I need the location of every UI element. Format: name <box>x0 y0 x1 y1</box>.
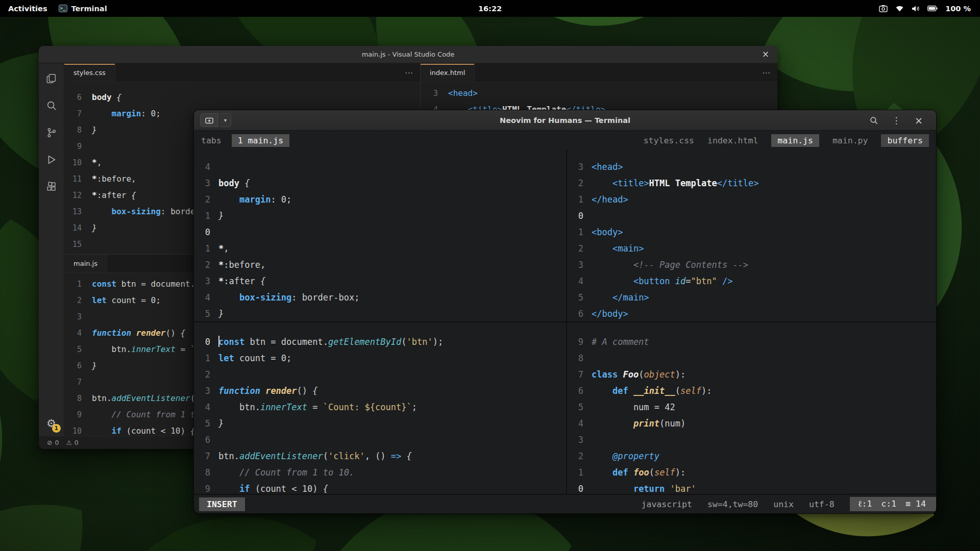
line-number: 10 <box>64 155 92 171</box>
line-number: 14 <box>64 220 92 236</box>
volume-icon <box>912 5 920 12</box>
line-number: 11 <box>64 171 92 187</box>
statusline-filetype: javascript <box>642 499 692 509</box>
vim-pane-index-html[interactable]: 3<head>2 <title>HTML Template</title>1</… <box>567 149 936 321</box>
code-line: 3<head> <box>421 85 777 102</box>
vscode-titlebar[interactable]: main.js - Visual Studio Code × <box>39 46 777 63</box>
activities-button[interactable]: Activities <box>8 5 47 13</box>
code-line: 3function render() { <box>194 383 566 399</box>
editor-actions-icon[interactable]: ⋯ <box>762 68 777 78</box>
explorer-icon[interactable] <box>45 72 58 85</box>
tabline-buffers-label: buffers <box>881 134 929 147</box>
buffer-index-html[interactable]: index.html <box>707 136 758 145</box>
terminal-window-title: Neovim for Humans — Terminal <box>500 110 630 131</box>
line-number: 7 <box>567 366 592 383</box>
line-number: 10 <box>64 423 92 436</box>
line-number: 5 <box>194 306 218 321</box>
vscode-tabbar-styles: styles.css ⋯ <box>64 64 420 82</box>
line-number: 1 <box>567 224 592 240</box>
line-number: 9 <box>567 334 592 350</box>
statusline-fileformat: unix <box>773 499 794 509</box>
line-number: 3 <box>567 159 592 175</box>
tab-main-js[interactable]: main.js <box>64 255 107 272</box>
line-number: 3 <box>567 432 592 448</box>
code-line: 3<head> <box>567 159 936 175</box>
vim-pane-styles-css[interactable]: 43body {2 margin: 0;1}01*,2*:before,3*:a… <box>194 149 567 321</box>
extensions-icon[interactable] <box>45 180 58 193</box>
tab-index-html[interactable]: index.html <box>421 64 475 82</box>
battery-icon <box>927 6 938 11</box>
line-number: 7 <box>64 106 92 122</box>
terminal-headerbar[interactable]: ▾ Neovim for Humans — Terminal ⋮ × <box>194 110 936 131</box>
line-number: 4 <box>194 289 218 306</box>
code-line: 1<body> <box>567 224 936 240</box>
terminal-content[interactable]: tabs 1 main.js styles.css index.html mai… <box>194 131 936 513</box>
line-number: 12 <box>64 187 92 204</box>
terminal-menu-icon[interactable]: ⋮ <box>890 114 902 127</box>
code-line: 1 def foo(self): <box>567 464 936 481</box>
system-tray[interactable]: 100 % <box>879 5 980 13</box>
line-number: 2 <box>567 175 592 191</box>
vim-pane-main-js[interactable]: 0const btn = document.getElementById('bt… <box>194 322 567 494</box>
buffer-styles-css[interactable]: styles.css <box>644 136 694 145</box>
code-line: 4 box-sizing: border-box; <box>194 289 566 306</box>
code-line: 4 <box>194 159 566 175</box>
line-number: 3 <box>194 383 218 399</box>
line-number: 8 <box>567 350 592 366</box>
line-number: 2 <box>64 292 92 309</box>
code-line: 1</head> <box>567 191 936 208</box>
source-control-icon[interactable] <box>45 126 58 139</box>
line-number: 4 <box>194 399 218 415</box>
code-line: 9 if (count < 10) { <box>194 481 566 494</box>
vim-tabline: tabs 1 main.js styles.css index.html mai… <box>194 131 936 149</box>
line-number: 4 <box>64 325 92 341</box>
buffer-main-py[interactable]: main.py <box>832 136 868 145</box>
buffer-main-js-active[interactable]: main.js <box>771 134 819 147</box>
tabline-active-tab[interactable]: 1 main.js <box>232 134 289 147</box>
clock[interactable]: 16:22 <box>478 5 502 13</box>
line-number: 1 <box>567 464 592 481</box>
search-icon[interactable] <box>45 99 58 112</box>
code-line: 2*:before, <box>194 257 566 273</box>
line-number: 0 <box>194 334 218 350</box>
run-debug-icon[interactable] <box>45 153 58 166</box>
line-number: 8 <box>194 464 218 481</box>
line-number: 3 <box>421 85 448 102</box>
code-line: 1let count = 0; <box>194 350 566 366</box>
line-number: 3 <box>194 175 218 191</box>
code-line: 5} <box>194 415 566 432</box>
line-number: 6 <box>567 306 592 321</box>
line-number: 1 <box>194 350 218 366</box>
line-number: 1 <box>64 276 92 292</box>
code-line: 5} <box>194 306 566 321</box>
settings-gear-icon[interactable]: ⚙ 1 <box>46 417 56 430</box>
line-number: 0 <box>567 481 592 494</box>
line-number: 5 <box>567 289 592 306</box>
vim-mode-indicator: INSERT <box>199 497 245 511</box>
line-number: 0 <box>567 208 592 224</box>
editor-actions-icon[interactable]: ⋯ <box>405 68 420 78</box>
statusline-encoding: utf-8 <box>809 499 835 509</box>
new-tab-chevron-icon[interactable]: ▾ <box>220 113 231 127</box>
code-line: 7btn.addEventListener('click', () => { <box>194 448 566 464</box>
vim-pane-main-py[interactable]: 9# A comment87class Foo(object):6 def __… <box>567 322 936 494</box>
vscode-tabbar-index: index.html ⋯ <box>421 64 777 82</box>
terminal-close-button[interactable]: × <box>913 114 925 127</box>
line-number: 2 <box>567 240 592 257</box>
code-line: 5 num = 42 <box>567 399 936 415</box>
code-line: 0 <box>567 208 936 224</box>
line-number: 6 <box>64 358 92 374</box>
focused-app-indicator[interactable]: >_ Terminal <box>59 5 107 13</box>
line-number: 9 <box>194 481 218 494</box>
vscode-close-button[interactable]: × <box>762 46 769 63</box>
code-line: 4 btn.innerText = `Count: ${count}`; <box>194 399 566 415</box>
terminal-search-icon[interactable] <box>868 114 880 127</box>
code-line: 6body { <box>64 89 420 106</box>
battery-percentage: 100 % <box>945 5 971 13</box>
new-tab-button[interactable] <box>200 113 218 127</box>
line-number: 7 <box>64 374 92 390</box>
terminal-app-icon: >_ <box>59 5 67 12</box>
line-number: 5 <box>64 341 92 358</box>
vscode-window-title: main.js - Visual Studio Code <box>362 51 455 58</box>
tab-styles-css[interactable]: styles.css <box>64 64 115 82</box>
